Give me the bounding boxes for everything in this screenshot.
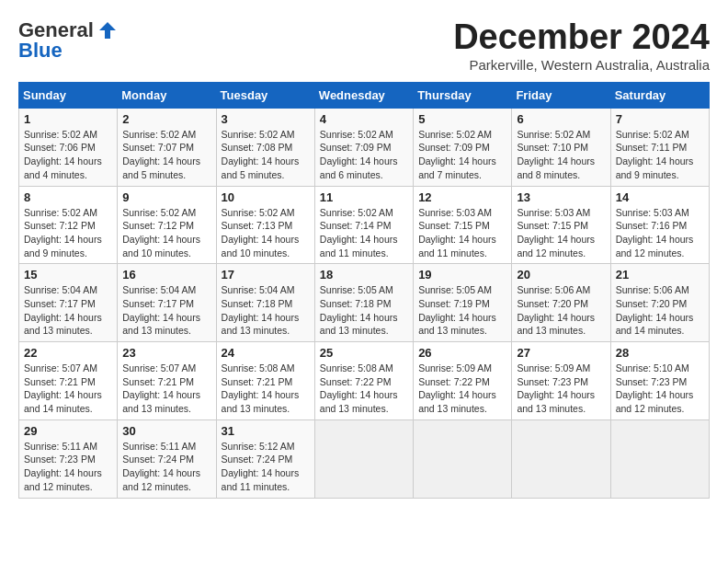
day-number: 28: [616, 346, 704, 360]
day-info: Sunrise: 5:03 AM Sunset: 7:15 PM Dayligh…: [418, 206, 506, 260]
daylight-hours: Daylight: 14 hours and 5 minutes.: [222, 155, 300, 180]
sunset-time: Sunset: 7:12 PM: [122, 220, 194, 231]
daylight-hours: Daylight: 14 hours and 13 minutes.: [517, 312, 595, 337]
day-number: 7: [616, 112, 704, 126]
calendar-week-5: 29 Sunrise: 5:11 AM Sunset: 7:23 PM Dayl…: [19, 419, 710, 498]
day-info: Sunrise: 5:02 AM Sunset: 7:10 PM Dayligh…: [517, 128, 605, 182]
daylight-hours: Daylight: 14 hours and 13 minutes.: [517, 389, 595, 414]
sunrise-time: Sunrise: 5:06 AM: [517, 284, 590, 295]
day-number: 3: [222, 112, 310, 126]
sunset-time: Sunset: 7:14 PM: [320, 220, 392, 231]
day-info: Sunrise: 5:06 AM Sunset: 7:20 PM Dayligh…: [616, 283, 704, 338]
daylight-hours: Daylight: 14 hours and 5 minutes.: [122, 155, 200, 180]
sunrise-time: Sunrise: 5:05 AM: [320, 284, 393, 295]
sunrise-time: Sunrise: 5:09 AM: [517, 362, 590, 373]
sunset-time: Sunset: 7:16 PM: [616, 220, 688, 231]
daylight-hours: Daylight: 14 hours and 12 minutes.: [616, 389, 694, 414]
sunrise-time: Sunrise: 5:02 AM: [616, 129, 689, 140]
sunset-time: Sunset: 7:19 PM: [418, 298, 490, 309]
calendar-cell: 8 Sunrise: 5:02 AM Sunset: 7:12 PM Dayli…: [19, 186, 118, 264]
day-info: Sunrise: 5:11 AM Sunset: 7:24 PM Dayligh…: [122, 440, 210, 494]
calendar-cell: 15 Sunrise: 5:04 AM Sunset: 7:17 PM Dayl…: [19, 264, 118, 342]
day-info: Sunrise: 5:03 AM Sunset: 7:16 PM Dayligh…: [616, 206, 704, 260]
calendar-cell: 3 Sunrise: 5:02 AM Sunset: 7:08 PM Dayli…: [216, 108, 314, 186]
calendar-cell: 5 Sunrise: 5:02 AM Sunset: 7:09 PM Dayli…: [414, 108, 512, 186]
day-number: 11: [320, 190, 408, 204]
daylight-hours: Daylight: 14 hours and 9 minutes.: [24, 234, 102, 259]
day-info: Sunrise: 5:07 AM Sunset: 7:21 PM Dayligh…: [122, 362, 210, 416]
sunrise-time: Sunrise: 5:11 AM: [122, 441, 196, 452]
day-info: Sunrise: 5:04 AM Sunset: 7:17 PM Dayligh…: [24, 283, 112, 338]
day-info: Sunrise: 5:08 AM Sunset: 7:22 PM Dayligh…: [320, 362, 408, 416]
day-number: 4: [320, 112, 408, 126]
calendar-cell: 23 Sunrise: 5:07 AM Sunset: 7:21 PM Dayl…: [118, 342, 216, 420]
sunrise-time: Sunrise: 5:04 AM: [222, 284, 295, 295]
calendar-week-2: 8 Sunrise: 5:02 AM Sunset: 7:12 PM Dayli…: [19, 186, 710, 264]
daylight-hours: Daylight: 14 hours and 12 minutes.: [616, 234, 694, 259]
calendar-cell: 30 Sunrise: 5:11 AM Sunset: 7:24 PM Dayl…: [118, 419, 216, 498]
day-info: Sunrise: 5:06 AM Sunset: 7:20 PM Dayligh…: [517, 283, 605, 338]
day-info: Sunrise: 5:07 AM Sunset: 7:21 PM Dayligh…: [24, 362, 112, 416]
sunrise-time: Sunrise: 5:02 AM: [122, 129, 196, 140]
sunrise-time: Sunrise: 5:04 AM: [24, 284, 97, 295]
day-number: 12: [418, 190, 506, 204]
daylight-hours: Daylight: 14 hours and 13 minutes.: [418, 389, 496, 414]
day-number: 23: [122, 346, 210, 360]
day-info: Sunrise: 5:02 AM Sunset: 7:11 PM Dayligh…: [616, 128, 704, 182]
sunset-time: Sunset: 7:06 PM: [24, 142, 96, 153]
daylight-hours: Daylight: 14 hours and 12 minutes.: [24, 467, 102, 492]
daylight-hours: Daylight: 14 hours and 10 minutes.: [222, 234, 300, 259]
header-thursday: Thursday: [414, 82, 512, 108]
day-number: 13: [517, 190, 605, 204]
sunrise-time: Sunrise: 5:08 AM: [222, 362, 295, 373]
day-info: Sunrise: 5:02 AM Sunset: 7:13 PM Dayligh…: [222, 206, 310, 260]
day-number: 31: [222, 424, 310, 438]
sunset-time: Sunset: 7:17 PM: [24, 298, 96, 309]
sunset-time: Sunset: 7:09 PM: [320, 142, 392, 153]
day-info: Sunrise: 5:10 AM Sunset: 7:23 PM Dayligh…: [616, 362, 704, 416]
calendar-cell: 4 Sunrise: 5:02 AM Sunset: 7:09 PM Dayli…: [314, 108, 413, 186]
day-number: 21: [616, 268, 704, 282]
day-number: 5: [418, 112, 506, 126]
daylight-hours: Daylight: 14 hours and 9 minutes.: [616, 155, 694, 180]
daylight-hours: Daylight: 14 hours and 10 minutes.: [122, 234, 200, 259]
calendar-cell: 16 Sunrise: 5:04 AM Sunset: 7:17 PM Dayl…: [118, 264, 216, 342]
sunset-time: Sunset: 7:22 PM: [320, 376, 392, 387]
day-info: Sunrise: 5:02 AM Sunset: 7:09 PM Dayligh…: [320, 128, 408, 182]
sunset-time: Sunset: 7:21 PM: [24, 376, 96, 387]
calendar-cell: 1 Sunrise: 5:02 AM Sunset: 7:06 PM Dayli…: [19, 108, 118, 186]
sunset-time: Sunset: 7:22 PM: [418, 376, 490, 387]
sunset-time: Sunset: 7:15 PM: [418, 220, 490, 231]
page-header: General Blue December 2024 Parkerville, …: [18, 18, 710, 73]
sunset-time: Sunset: 7:09 PM: [418, 142, 490, 153]
logo-blue: Blue: [18, 39, 63, 63]
sunrise-time: Sunrise: 5:04 AM: [122, 284, 196, 295]
day-info: Sunrise: 5:11 AM Sunset: 7:23 PM Dayligh…: [24, 440, 112, 494]
svg-marker-0: [99, 22, 116, 39]
sunrise-time: Sunrise: 5:12 AM: [222, 441, 295, 452]
daylight-hours: Daylight: 14 hours and 13 minutes.: [122, 312, 200, 337]
day-number: 10: [222, 190, 310, 204]
sunrise-time: Sunrise: 5:02 AM: [222, 207, 295, 218]
daylight-hours: Daylight: 14 hours and 4 minutes.: [24, 155, 102, 180]
day-info: Sunrise: 5:04 AM Sunset: 7:18 PM Dayligh…: [222, 283, 310, 338]
logo-icon: [97, 20, 118, 40]
daylight-hours: Daylight: 14 hours and 11 minutes.: [320, 234, 398, 259]
header-monday: Monday: [118, 82, 216, 108]
sunset-time: Sunset: 7:12 PM: [24, 220, 96, 231]
sunset-time: Sunset: 7:21 PM: [222, 376, 293, 387]
calendar-cell: 2 Sunrise: 5:02 AM Sunset: 7:07 PM Dayli…: [118, 108, 216, 186]
day-info: Sunrise: 5:04 AM Sunset: 7:17 PM Dayligh…: [122, 283, 210, 338]
sunset-time: Sunset: 7:07 PM: [122, 142, 194, 153]
day-info: Sunrise: 5:09 AM Sunset: 7:22 PM Dayligh…: [418, 362, 506, 416]
daylight-hours: Daylight: 14 hours and 13 minutes.: [418, 312, 496, 337]
calendar-cell: 14 Sunrise: 5:03 AM Sunset: 7:16 PM Dayl…: [610, 186, 709, 264]
sunrise-time: Sunrise: 5:03 AM: [616, 207, 689, 218]
day-number: 18: [320, 268, 408, 282]
day-number: 9: [122, 190, 210, 204]
sunset-time: Sunset: 7:23 PM: [616, 376, 688, 387]
calendar-week-4: 22 Sunrise: 5:07 AM Sunset: 7:21 PM Dayl…: [19, 342, 710, 420]
day-number: 14: [616, 190, 704, 204]
calendar-cell: 13 Sunrise: 5:03 AM Sunset: 7:15 PM Dayl…: [512, 186, 610, 264]
calendar-cell: 6 Sunrise: 5:02 AM Sunset: 7:10 PM Dayli…: [512, 108, 610, 186]
